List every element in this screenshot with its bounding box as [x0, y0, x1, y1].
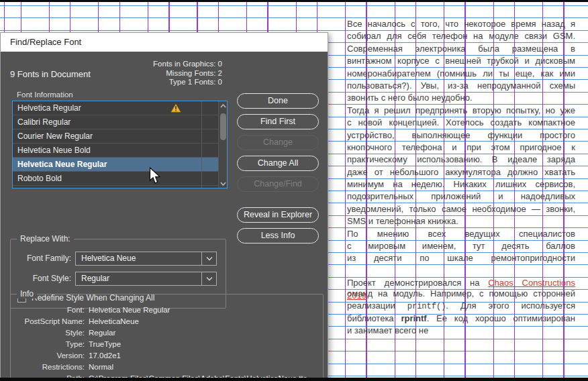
- text-line: уведомлений, только самое необходимое — …: [347, 203, 575, 215]
- scroll-down-icon[interactable]: [219, 179, 228, 188]
- find-first-button[interactable]: Find First: [237, 114, 319, 129]
- info-value: Regular: [89, 327, 115, 339]
- stat-missing-fonts: Missing Fonts: 2: [1, 69, 222, 78]
- text-line: с мировым именем, тут десять баллов: [347, 240, 575, 252]
- text-line: Все началось с того, что некоторое время…: [347, 18, 575, 30]
- text-span: . Ее код хорошо оптимизирован: [427, 313, 575, 323]
- font-family-dropdown[interactable]: Helvetica Neue: [75, 252, 217, 266]
- text-line: подозрительных приложений и надоедливых: [347, 190, 575, 203]
- text-line: реализации printf(). Для этого используе…: [347, 300, 575, 312]
- stat-type1-fonts: Type 1 Fonts: 0: [1, 78, 222, 87]
- text-line: устройство, выполняющее функции простого: [347, 129, 575, 142]
- text-line: практическому использованию. В идеале за…: [347, 154, 575, 166]
- info-label: Restrictions:: [11, 362, 85, 373]
- font-row-courier-new-regular[interactable]: Courier New Regular: [13, 129, 219, 144]
- font-row-label: Courier New Regular: [17, 131, 93, 141]
- chevron-down-icon[interactable]: [201, 252, 216, 265]
- text-line: собирал для себя телефон на модуле связи…: [347, 30, 575, 42]
- change-find-button[interactable]: Change/Find: [237, 176, 319, 192]
- info-row-postscript: PostScript Name: HelveticaNeue: [11, 316, 323, 327]
- font-row-calibri-regular[interactable]: Calibri Regular: [13, 115, 219, 129]
- info-value: TrueType: [89, 339, 121, 350]
- text-line: кнопочного телефона и при этом пригодное…: [347, 142, 575, 154]
- text-line: номеронабирателем (помнишь ли ты еще, ка…: [347, 68, 575, 80]
- link-prefix-text: Проект демонстрировался на: [347, 278, 488, 288]
- font-style-label: Font Style:: [11, 272, 71, 286]
- info-label: Font:: [11, 305, 85, 316]
- replace-with-legend: Replace With:: [17, 234, 74, 243]
- font-row-helvetica-neue-regular-selected[interactable]: Helvetica Neue Regular: [13, 158, 219, 172]
- info-label: Style:: [11, 327, 85, 339]
- text-line: звонить с него было неудобно.: [347, 92, 575, 104]
- font-row-helvetica-neue-bold[interactable]: Helvetica Neue Bold: [13, 144, 219, 158]
- info-value: Helvetica Neue Regular: [89, 305, 170, 316]
- text-line: SMS и телефонная книжка.: [347, 215, 575, 227]
- text-line: Современная электроника была размещена в: [347, 43, 575, 55]
- font-list: Helvetica Regular Calibri Regular Courie…: [12, 101, 228, 188]
- text-line: По мнению всех ведущих специалистов: [347, 228, 575, 240]
- mouse-cursor-icon: [149, 167, 161, 188]
- done-button[interactable]: Done: [237, 93, 319, 109]
- font-style-dropdown[interactable]: Regular: [75, 272, 217, 286]
- font-row-label: Helvetica Neue Bold: [17, 146, 91, 155]
- info-row-restrictions: Restrictions: Normal: [11, 362, 323, 373]
- info-row-style: Style: Regular: [11, 327, 323, 339]
- info-value: Normal: [89, 362, 113, 373]
- top-edge-bar: [0, 0, 588, 2]
- text-line: из десяти по шкале ремонтопригодности: [347, 252, 575, 264]
- font-row-label: Roboto Bold: [17, 174, 62, 183]
- text-line: пользоваться?). Увы, из-за непродуманной…: [347, 80, 575, 92]
- text-line: оманд на модуль. Например, с помощью сто…: [347, 288, 575, 300]
- find-replace-font-dialog: Find/Replace Font 9 Fonts in Document Fo…: [0, 32, 328, 381]
- info-label: PostScript Name:: [11, 316, 85, 327]
- hyperlink-chaos-constructions[interactable]: Chaos Constructions: [488, 278, 575, 288]
- font-style-value: Regular: [81, 274, 109, 283]
- text-line: даже от небольшого аккумулятора должно х…: [347, 166, 575, 178]
- text-frame-bottom: оманд на модуль. Например, с помощью сто…: [347, 288, 575, 337]
- text-line: библиотека rprintf. Ее код хорошо оптими…: [347, 313, 575, 325]
- reveal-in-explorer-button[interactable]: Reveal in Explorer: [237, 207, 319, 223]
- text-line: и занимает всего не: [347, 325, 575, 337]
- info-value: 17.0d2e1: [89, 350, 121, 362]
- bottom-edge-bar: [0, 378, 588, 381]
- less-info-button[interactable]: Less Info: [237, 228, 319, 243]
- font-row-label: Helvetica Neue Regular: [17, 160, 107, 169]
- list-column-divider: [201, 101, 202, 188]
- info-value: HelveticaNeue: [89, 316, 139, 327]
- stat-fonts-in-graphics: Fonts in Graphics: 0: [1, 60, 222, 69]
- text-line: Тогда я решил предпринять вторую попытку…: [347, 105, 575, 117]
- font-information-label: Font Information: [17, 91, 73, 99]
- font-row-label: Helvetica Regular: [17, 103, 81, 113]
- info-row-type: Type: TrueType: [11, 339, 323, 350]
- font-row-helvetica-regular[interactable]: Helvetica Regular: [13, 101, 219, 115]
- font-stats: Fonts in Graphics: 0 Missing Fonts: 2 Ty…: [1, 60, 222, 87]
- text-line: минимум на неделю. Никаких лишних сервис…: [347, 178, 575, 190]
- info-row-font: Font: Helvetica Neue Regular: [11, 305, 323, 316]
- info-row-version: Version: 17.0d2e1: [11, 350, 323, 362]
- text-line: с новой концепцией. Хотелось создать ком…: [347, 117, 575, 129]
- bold-span-rprintf: rprintf: [401, 313, 426, 323]
- font-family-label: Font Family:: [11, 252, 71, 266]
- missing-font-warning-icon: [170, 103, 181, 117]
- scroll-up-icon[interactable]: [219, 101, 228, 110]
- info-legend: Info: [17, 289, 37, 298]
- font-family-value: Helvetica Neue: [81, 254, 136, 263]
- font-row-roboto-bold[interactable]: Roboto Bold: [13, 172, 219, 186]
- chevron-down-icon[interactable]: [201, 272, 216, 285]
- scrollbar-thumb[interactable]: [220, 113, 226, 140]
- info-group: Info Font: Helvetica Neue Regular PostSc…: [10, 294, 324, 381]
- text-frame-main: Все началось с того, что некоторое время…: [347, 18, 575, 302]
- font-row-label: Calibri Regular: [17, 117, 70, 127]
- change-button[interactable]: Change: [237, 135, 319, 150]
- text-line-empty: [347, 265, 575, 277]
- font-list-scrollbar[interactable]: [218, 101, 227, 188]
- text-span: реализации: [347, 301, 407, 311]
- info-label: Type:: [11, 339, 85, 350]
- change-all-button[interactable]: Change All: [237, 156, 319, 171]
- code-span-printf: printf(): [407, 302, 446, 311]
- dialog-titlebar[interactable]: Find/Replace Font: [1, 33, 328, 52]
- text-span: . Для этого используется: [446, 301, 575, 311]
- dialog-title: Find/Replace Font: [10, 37, 81, 47]
- text-span: библиотека: [347, 313, 401, 323]
- text-line: винтажном корпусе с внешней трубкой и ди…: [347, 55, 575, 67]
